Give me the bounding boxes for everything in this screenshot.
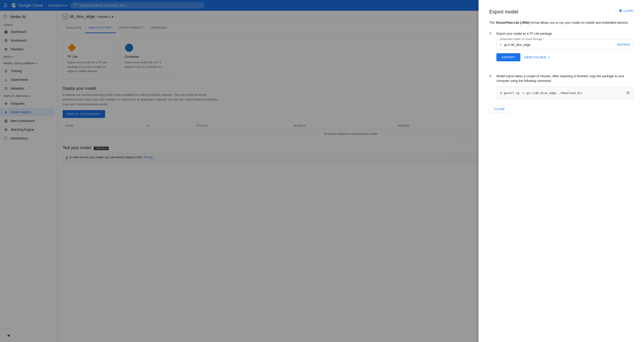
step-1-text: Export your model as a TF Lite package. <box>496 31 633 36</box>
code-block: $ gsutil cp -r gs://d6_dice_edge ./downl… <box>496 87 633 99</box>
tflite-format: TensorFlow Lite (.tflite) <box>496 21 530 25</box>
folder-input-label: Destination folder on Cloud Storage * <box>499 38 545 41</box>
step-2-text: Model export takes a couple of minutes. … <box>496 74 633 83</box>
export-button[interactable]: EXPORT <box>496 53 520 61</box>
check-icon: ✓ <box>499 43 502 47</box>
export-panel: Export model LEARN The TensorFlow Lite (… <box>478 0 644 342</box>
panel-header: Export model LEARN <box>489 9 633 15</box>
command-text: $ gsutil cp -r gs://d6_dice_edge ./downl… <box>500 91 582 95</box>
panel-title: Export model <box>489 9 518 15</box>
panel-actions: EXPORT VIEW FOLDER ↗ <box>496 53 633 61</box>
folder-input-value: gs:// d6_dice_edge <box>504 43 615 47</box>
step-1: 1. Export your model as a TF Lite packag… <box>489 31 633 68</box>
learn-label: LEARN <box>624 9 633 13</box>
step-1-body: Export your model as a TF Lite package. … <box>496 31 633 68</box>
browse-button[interactable]: BROWSE <box>617 43 630 46</box>
close-button[interactable]: CLOSE <box>489 105 510 113</box>
panel-intro: The TensorFlow Lite (.tflite) format all… <box>489 20 633 25</box>
step-2: 2. Model export takes a couple of minute… <box>489 74 633 99</box>
folder-input-container: Destination folder on Cloud Storage * ✓ … <box>496 40 633 50</box>
learn-icon <box>619 9 622 13</box>
close-section: CLOSE <box>489 105 633 113</box>
step-2-body: Model export takes a couple of minutes. … <box>496 74 633 99</box>
step-1-num: 1. <box>489 31 494 68</box>
copy-icon[interactable]: ⧉ <box>626 91 630 95</box>
learn-link[interactable]: LEARN <box>619 9 633 13</box>
step-2-num: 2. <box>489 74 494 99</box>
folder-input-inner: ✓ gs:// d6_dice_edge BROWSE <box>499 40 630 50</box>
view-folder-button[interactable]: VIEW FOLDER ↗ <box>524 56 550 59</box>
